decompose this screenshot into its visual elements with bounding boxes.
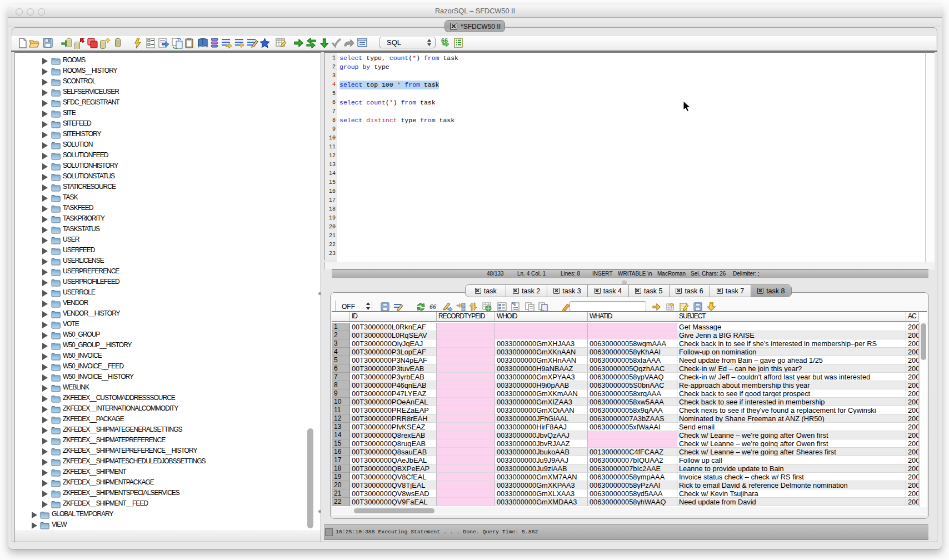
svg-text:66: 66	[429, 303, 436, 311]
